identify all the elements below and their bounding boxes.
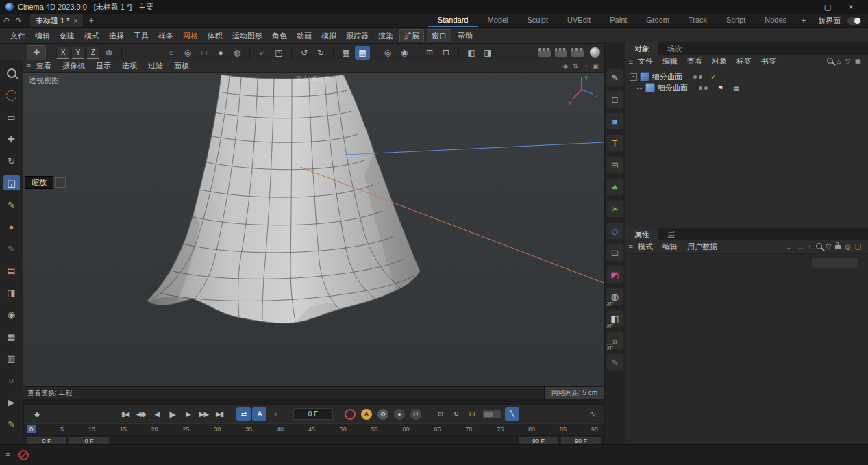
zoom-tool-icon[interactable] [3, 66, 20, 81]
layout-tab-standard[interactable]: Standard [428, 14, 478, 27]
go-to-start-button[interactable]: ▮◀ [118, 407, 132, 421]
model-mode-icon[interactable]: ▤ [3, 263, 20, 278]
phong-tag-icon[interactable]: ▦ [733, 84, 739, 92]
render-picture-viewer-button[interactable] [555, 48, 567, 57]
view-toggle-icon[interactable]: ▣ [593, 62, 599, 70]
menu-select[interactable]: 选择 [104, 31, 129, 41]
axis-modify-icon[interactable]: ⊞ [422, 46, 437, 60]
field-sun-icon[interactable]: ☀ [606, 200, 624, 218]
playhead[interactable]: 0 [27, 425, 36, 433]
selection-tool-2-icon[interactable]: ◎ [180, 46, 195, 60]
am-menu-edit[interactable]: 编辑 [658, 242, 682, 252]
interface-toggle[interactable] [847, 17, 861, 25]
menu-animate[interactable]: 动画 [292, 31, 317, 41]
pen-tool-icon[interactable]: ✎ [3, 197, 20, 212]
expander-icon[interactable]: - [630, 73, 637, 81]
simulation-scene-icon[interactable]: ◍ST [606, 288, 624, 305]
menu-render[interactable]: 渲染 [373, 31, 398, 41]
layout-tab-track[interactable]: Track [679, 14, 717, 27]
maximize-button[interactable]: ▢ [816, 0, 839, 14]
selection-tool-5-icon[interactable]: ◍ [230, 46, 245, 60]
loop-mode-button[interactable]: ⇄ [236, 407, 251, 421]
sketch-tool-icon[interactable]: ✎ [3, 241, 20, 256]
enable-axis-icon[interactable]: ○ [3, 373, 20, 388]
axis-lock-y-button[interactable]: Y [71, 46, 85, 59]
om-menu-object[interactable]: 对象 [707, 56, 732, 66]
axis-lock-x-button[interactable]: X [56, 46, 70, 59]
menu-character[interactable]: 角色 [267, 31, 292, 41]
menu-create[interactable]: 创建 [55, 31, 79, 41]
tab-objects[interactable]: 对象 [625, 42, 658, 55]
key-position-toggle[interactable]: ⊕ [433, 407, 447, 421]
menu-mode[interactable]: 模式 [79, 31, 104, 41]
add-document-button[interactable]: + [84, 16, 99, 25]
material-sphere-icon[interactable] [590, 47, 600, 58]
quantize-snap-icon[interactable]: ▦ [355, 46, 370, 60]
axis-lock-z-button[interactable]: Z [86, 46, 100, 59]
vp-menu-panel[interactable]: 面板 [169, 61, 195, 71]
tree-row-child-object[interactable]: 细分曲面 ⚑ ▦ [625, 82, 868, 93]
axis-center-icon[interactable]: ⊟ [438, 46, 454, 60]
om-home-icon[interactable]: ⌂ [837, 58, 841, 65]
viewport-view-label[interactable]: 透视视图 [29, 75, 59, 86]
viewport-canvas[interactable]: Y X z 透视视图 双击: 多边形 [23, 73, 604, 386]
menu-tools[interactable]: 工具 [129, 31, 153, 41]
timeline-ruler[interactable]: 0 5 10 15 20 25 30 35 40 45 50 55 60 65 … [23, 423, 604, 436]
tab-takes[interactable]: 场次 [658, 42, 691, 55]
enabled-check-icon[interactable]: ✓ [710, 73, 717, 81]
om-search-icon[interactable] [827, 58, 833, 65]
texture-mode-icon[interactable]: ◨ [3, 285, 20, 300]
om-menu-tags[interactable]: 标签 [732, 56, 756, 66]
camera-orbit-icon[interactable]: ◔ [584, 62, 588, 70]
key-rotation-toggle[interactable]: ↻ [449, 407, 463, 421]
close-tab-icon[interactable]: × [74, 17, 78, 25]
selection-tool-3-icon[interactable]: □ [197, 46, 212, 60]
solo-off-icon[interactable]: ∅ [410, 409, 421, 420]
om-menu-view[interactable]: 查看 [682, 56, 707, 66]
menu-extensions[interactable]: 扩展 [399, 29, 424, 42]
minimize-button[interactable]: – [793, 0, 816, 14]
next-key-button[interactable]: ▶▶ [197, 407, 211, 421]
primitive-cube-icon[interactable]: ■ [606, 112, 624, 130]
current-frame-field[interactable]: 0 F [293, 408, 333, 420]
workplane-corner-icon[interactable]: ⌐ [255, 46, 270, 60]
layout-tab-paint[interactable]: Paint [600, 14, 636, 27]
field-diamond-icon[interactable]: ◇ [606, 222, 624, 240]
coordinate-system-icon[interactable]: ⊕ [101, 46, 116, 60]
am-up-icon[interactable]: ↑ [808, 243, 812, 251]
point-mode-icon[interactable]: ● [3, 219, 20, 234]
am-back-icon[interactable]: ← [786, 243, 793, 251]
om-panel-icon[interactable]: ▣ [855, 58, 861, 65]
grid-snap-icon[interactable]: ▦ [338, 46, 354, 60]
cloner-icon[interactable]: ⊞ [606, 156, 624, 174]
layout-tab-model[interactable]: Model [478, 14, 517, 27]
vegetation-icon[interactable]: ♣ [606, 178, 624, 196]
simulation-light-icon[interactable]: ☼ST [606, 331, 624, 349]
visibility-dots[interactable] [693, 75, 702, 79]
solo-cube-2-icon[interactable]: ◨ [480, 46, 495, 60]
menu-file[interactable]: 文件 [5, 31, 30, 41]
am-menu-userdata[interactable]: 用户数据 [682, 242, 722, 252]
tree-row-subdivision-surface[interactable]: - 细分曲面 ✓ [625, 71, 868, 82]
am-lock-icon[interactable] [835, 243, 841, 251]
tab-attributes[interactable]: 属性 [625, 228, 658, 240]
status-hamburger-icon[interactable]: ≡ [5, 451, 10, 460]
menu-mesh[interactable]: 网格 [178, 31, 203, 41]
om-filter-icon[interactable]: ▽ [845, 58, 851, 65]
key-interpolation-toggle[interactable] [483, 410, 501, 418]
move-tool-icon[interactable]: ✚ [3, 131, 20, 147]
am-filter-icon[interactable]: ▽ [826, 243, 832, 251]
am-forward-icon[interactable]: → [797, 243, 804, 251]
fcurve-mode-icon[interactable]: ∿ [589, 409, 597, 419]
am-menu-mode[interactable]: 模式 [633, 242, 658, 252]
vp-menu-options[interactable]: 选项 [116, 61, 142, 71]
autokey-record-button[interactable]: A [361, 409, 372, 420]
render-settings-button[interactable] [571, 48, 584, 57]
text-object-icon[interactable]: T [606, 134, 624, 152]
live-selection-tool-icon[interactable] [3, 88, 20, 103]
object-name[interactable]: 细分曲面 [652, 72, 682, 82]
undo-icon[interactable]: ↶ [0, 16, 12, 25]
close-button[interactable]: × [839, 0, 863, 14]
selection-tool-4-icon[interactable]: ● [213, 46, 228, 60]
live-selection-icon[interactable]: ○ [164, 46, 179, 60]
